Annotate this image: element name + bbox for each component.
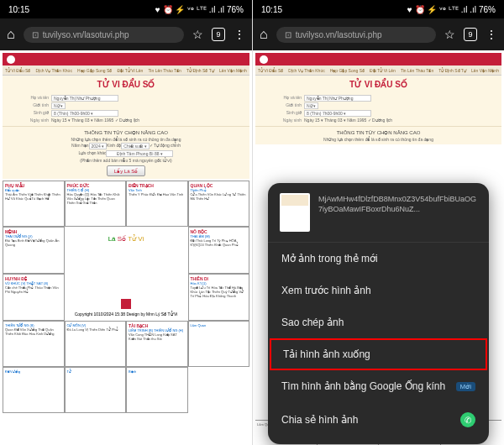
tab-counter[interactable]: 9 — [212, 28, 225, 41]
title-section: TỬ VI ĐẨU SỐ — [3, 76, 249, 92]
menu-google-lens[interactable]: Tìm hình ảnh bằng Google Ống kínhMới — [268, 370, 489, 402]
page-title: TỬ VI ĐẨU SỐ — [3, 80, 249, 89]
status-bar: 10:15 ♥ ⏰ ⚡ ᵛᵒ ᴸᵀᴱ .ıl .ıl 76% — [253, 0, 504, 18]
kebab-menu-icon[interactable]: ⋮ — [234, 28, 245, 41]
form-area: Họ và tênNguyễn Thị Như Phượng Giới tính… — [255, 92, 501, 126]
menu-copy-image[interactable]: Sao chép ảnh — [268, 306, 489, 338]
lock-icon: ⊡ — [285, 30, 291, 39]
url-bar[interactable]: ⊡ tuvilyso.vn/lasotuvi.php — [276, 27, 436, 43]
tab-counter[interactable]: 9 — [464, 28, 477, 41]
battery-percent: 76% — [479, 5, 496, 14]
advanced-section: THÔNG TIN TÙY CHỌN NÂNG CAO Những lựa ch… — [3, 126, 249, 179]
site-header — [255, 53, 501, 65]
menu-share-image[interactable]: Chia sẻ hình ảnh✆ — [268, 402, 489, 437]
context-menu-header: MjAwMHw4fDlzfDB8Mnx0Z3V54bufFbiBUaOG7iyB… — [268, 193, 489, 243]
bookmark-star-icon[interactable]: ☆ — [444, 28, 455, 41]
advanced-section: THÔNG TIN TÙY CHỌN NÂNG CAO Những lựa ch… — [255, 126, 501, 144]
site-header — [3, 53, 249, 65]
lock-icon: ⊡ — [32, 30, 39, 39]
site-nav[interactable]: Tử Vi Đẩu SốDịch Vụ Thần KhúcHẹp Gặp Son… — [255, 65, 501, 76]
date-selects[interactable]: Ngày 15 ▾ Tháng 03 ▾ Năm 1995 ✓ Dương lị… — [51, 118, 139, 123]
browser-toolbar: ⌂ ⊡ tuvilyso.vn/lasotuvi.php ☆ 9 ⋮ — [0, 18, 252, 50]
page-title: TỬ VI ĐẨU SỐ — [255, 80, 501, 89]
page-content-left: Tử Vi Đẩu SốDịch Vụ Thần KhúcHẹp Gặp Son… — [0, 50, 252, 445]
status-icons: ♥ ⏰ ⚡ ᵛᵒ ᴸᵀᴱ .ıl .ıl — [155, 5, 224, 14]
status-time: 10:15 — [261, 5, 282, 14]
seal-icon — [121, 299, 131, 309]
status-bar: 10:15 ♥ ⏰ ⚡ ᵛᵒ ᴸᵀᴱ .ıl .ıl 76% — [0, 0, 252, 18]
url-text: tuvilyso.vn/lasotuvi.php — [43, 30, 129, 39]
url-text: tuvilyso.vn/lasotuvi.php — [296, 30, 382, 39]
menu-open-new-tab[interactable]: Mở ảnh trong thẻ mới — [268, 243, 489, 275]
image-url-text: MjAwMHw4fDlzfDB8Mnx0Z3V54bufFbiBUaOG7iyB… — [318, 193, 477, 214]
line-share-icon[interactable]: ✆ — [460, 412, 475, 427]
battery-percent: 76% — [227, 5, 244, 14]
kebab-menu-icon[interactable]: ⋮ — [486, 28, 497, 41]
submit-button[interactable]: Lấy Lá Số — [107, 165, 145, 176]
site-nav[interactable]: Tử Vi Đẩu SốDịch Vụ Thần KhúcHẹp Gặp Son… — [3, 65, 249, 76]
browser-toolbar: ⌂ ⊡ tuvilyso.vn/lasotuvi.php ☆ 9 ⋮ — [253, 18, 504, 50]
hour-select[interactable]: 8 (Thìn) 7h00-9h00 ▾ — [51, 110, 118, 117]
left-phone-screenshot: 10:15 ♥ ⏰ ⚡ ᵛᵒ ᴸᵀᴱ .ıl .ıl 76% ⌂ ⊡ tuvil… — [0, 0, 252, 445]
page-content-right: Tử Vi Đẩu SốDịch Vụ Thần KhúcHẹp Gặp Son… — [253, 50, 504, 445]
home-icon[interactable]: ⌂ — [260, 27, 268, 42]
url-bar[interactable]: ⊡ tuvilyso.vn/lasotuvi.php — [24, 27, 184, 43]
bookmark-star-icon[interactable]: ☆ — [192, 28, 203, 41]
image-context-menu: MjAwMHw4fDlzfDB8Mnx0Z3V54bufFbiBUaOG7iyB… — [268, 183, 489, 444]
name-input[interactable]: Nguyễn Thị Như Phượng — [51, 95, 118, 102]
gender-select[interactable]: Nữ ▾ — [51, 102, 66, 109]
tuviso-chart: PHỤ MẪUĐẩu quậnThái Âm Thiên Việt Thiên … — [3, 181, 249, 413]
new-badge: Mới — [456, 382, 475, 391]
title-section: TỬ VI ĐẨU SỐ — [255, 76, 501, 92]
right-phone-screenshot: 10:15 ♥ ⏰ ⚡ ᵛᵒ ᴸᵀᴱ .ıl .ıl 76% ⌂ ⊡ tuvil… — [252, 0, 504, 445]
form-area: Họ và tênNguyễn Thị Như Phượng Giới tính… — [3, 92, 249, 126]
menu-preview-image[interactable]: Xem trước hình ảnh — [268, 275, 489, 306]
status-time: 10:15 — [8, 5, 29, 14]
menu-download-image[interactable]: Tải hình ảnh xuống — [270, 338, 487, 370]
status-icons: ♥ ⏰ ⚡ ᵛᵒ ᴸᵀᴱ .ıl .ıl — [407, 5, 476, 14]
home-icon[interactable]: ⌂ — [7, 27, 15, 42]
image-thumbnail — [280, 193, 310, 232]
